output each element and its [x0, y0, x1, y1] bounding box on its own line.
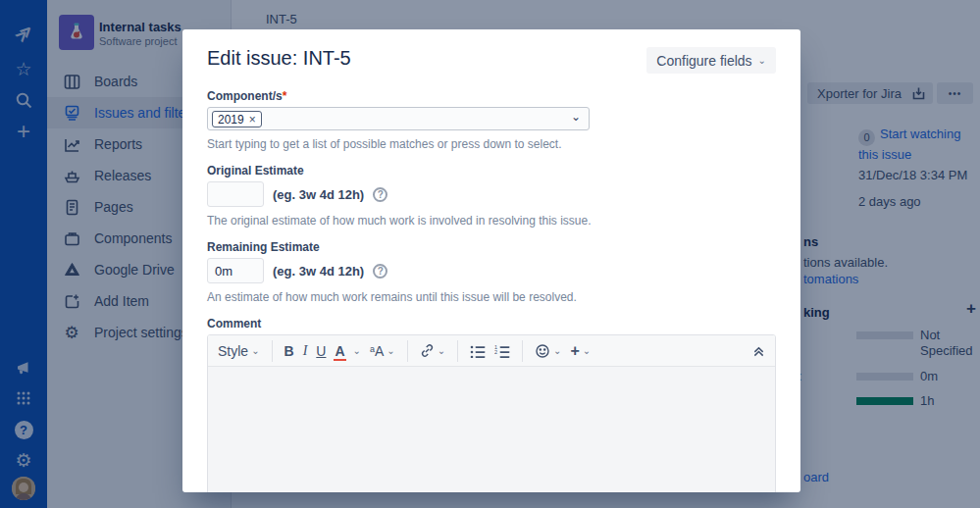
insert-dropdown[interactable]: +⌄: [570, 342, 591, 360]
remaining-estimate-label: Remaining Estimate: [207, 240, 776, 254]
editor-toolbar: Style⌄ B I U A⌄ aA⌄ ⌄ 12: [208, 335, 775, 367]
chip-remove-icon[interactable]: ×: [249, 113, 256, 127]
style-dropdown[interactable]: Style⌄: [218, 343, 260, 359]
required-asterisk: *: [283, 89, 287, 103]
comment-label: Comment: [207, 317, 776, 330]
chevron-down-icon[interactable]: ⌄: [571, 110, 581, 124]
configure-fields-button[interactable]: Configure fields ⌄: [646, 47, 776, 74]
jira-app: ≫ ☆ + ? ⚙ Internal tasks Software projec…: [0, 0, 980, 508]
estimate-example: (eg. 3w 4d 12h): [273, 187, 364, 202]
edit-issue-dialog: Edit issue: INT-5 Configure fields ⌄ Com…: [182, 29, 800, 492]
original-estimate-input[interactable]: [207, 181, 264, 207]
text-size-dropdown[interactable]: aA⌄: [370, 343, 395, 359]
component-label: Component/s*: [207, 89, 776, 103]
underline-button[interactable]: U: [316, 343, 326, 359]
chevron-down-icon: ⌄: [758, 56, 766, 66]
collapse-toolbar-icon[interactable]: [752, 344, 765, 357]
help-question-icon[interactable]: ?: [373, 187, 387, 202]
original-estimate-help: The original estimate of how much work i…: [207, 214, 776, 228]
svg-text:2: 2: [494, 349, 497, 355]
component-select[interactable]: 2019 × ⌄: [207, 107, 590, 130]
bold-button[interactable]: B: [284, 343, 294, 359]
dialog-title: Edit issue: INT-5: [207, 47, 351, 70]
help-question-icon[interactable]: ?: [373, 264, 387, 279]
comment-editor: Style⌄ B I U A⌄ aA⌄ ⌄ 12: [207, 334, 776, 492]
remaining-estimate-help: An estimate of how much work remains unt…: [207, 290, 776, 304]
italic-button[interactable]: I: [303, 343, 308, 359]
component-chip: 2019 ×: [212, 111, 262, 127]
numbered-list-button[interactable]: 12: [494, 344, 510, 358]
text-color-dropdown[interactable]: A⌄: [335, 343, 361, 359]
component-help-text: Start typing to get a list of possible m…: [207, 137, 776, 151]
comment-input[interactable]: [208, 367, 775, 492]
bullet-list-button[interactable]: [470, 344, 486, 358]
remaining-estimate-input[interactable]: [207, 258, 264, 283]
emoji-dropdown[interactable]: ⌄: [535, 343, 561, 359]
link-dropdown[interactable]: ⌄: [420, 343, 445, 358]
estimate-example: (eg. 3w 4d 12h): [273, 264, 364, 279]
original-estimate-label: Original Estimate: [207, 164, 776, 178]
